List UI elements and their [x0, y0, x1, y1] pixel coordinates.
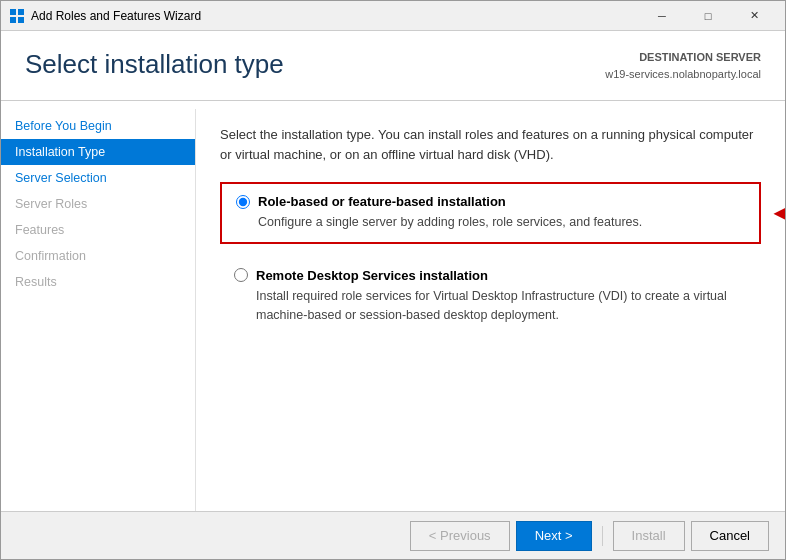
- remote-desktop-radio-row: Remote Desktop Services installation: [234, 268, 747, 283]
- main-body: Before You Begin Installation Type Serve…: [1, 109, 785, 511]
- sidebar-item-results: Results: [1, 269, 195, 295]
- destination-server-info: DESTINATION SERVER w19-services.nolabnop…: [605, 49, 761, 82]
- footer: < Previous Next > Install Cancel: [1, 511, 785, 559]
- sidebar-item-installation-type[interactable]: Installation Type: [1, 139, 195, 165]
- window-title: Add Roles and Features Wizard: [31, 9, 639, 23]
- description-text: Select the installation type. You can in…: [220, 125, 761, 164]
- role-based-option-box[interactable]: Role-based or feature-based installation…: [220, 182, 761, 244]
- previous-button[interactable]: < Previous: [410, 521, 510, 551]
- sidebar: Before You Begin Installation Type Serve…: [1, 109, 196, 511]
- page-header: Select installation type DESTINATION SER…: [1, 31, 785, 92]
- role-based-radio[interactable]: [236, 195, 250, 209]
- sidebar-item-server-selection[interactable]: Server Selection: [1, 165, 195, 191]
- minimize-button[interactable]: ─: [639, 1, 685, 31]
- window-controls: ─ □ ✕: [639, 1, 777, 31]
- remote-desktop-option-box[interactable]: Remote Desktop Services installation Ins…: [220, 258, 761, 335]
- destination-server-name: w19-services.nolabnoparty.local: [605, 68, 761, 80]
- role-based-radio-row: Role-based or feature-based installation: [236, 194, 745, 209]
- remote-desktop-radio[interactable]: [234, 268, 248, 282]
- svg-rect-0: [10, 9, 16, 15]
- svg-rect-2: [10, 17, 16, 23]
- page-title: Select installation type: [25, 49, 284, 80]
- close-button[interactable]: ✕: [731, 1, 777, 31]
- sidebar-item-confirmation: Confirmation: [1, 243, 195, 269]
- window-icon: [9, 8, 25, 24]
- role-based-description: Configure a single server by adding role…: [258, 213, 745, 232]
- header-divider: [1, 100, 785, 101]
- next-button[interactable]: Next >: [516, 521, 592, 551]
- destination-label: DESTINATION SERVER: [605, 49, 761, 66]
- footer-separator: [602, 526, 603, 546]
- content-area: Select installation type DESTINATION SER…: [1, 31, 785, 559]
- title-bar: Add Roles and Features Wizard ─ □ ✕: [1, 1, 785, 31]
- sidebar-item-server-roles: Server Roles: [1, 191, 195, 217]
- role-based-title: Role-based or feature-based installation: [258, 194, 506, 209]
- maximize-button[interactable]: □: [685, 1, 731, 31]
- wizard-window: Add Roles and Features Wizard ─ □ ✕ Sele…: [0, 0, 786, 560]
- remote-desktop-title: Remote Desktop Services installation: [256, 268, 488, 283]
- svg-rect-3: [18, 17, 24, 23]
- remote-desktop-description: Install required role services for Virtu…: [256, 287, 747, 325]
- main-content: Select the installation type. You can in…: [196, 109, 785, 511]
- sidebar-item-features: Features: [1, 217, 195, 243]
- install-button[interactable]: Install: [613, 521, 685, 551]
- svg-rect-1: [18, 9, 24, 15]
- cancel-button[interactable]: Cancel: [691, 521, 769, 551]
- selection-arrow-icon: ◀: [774, 200, 785, 226]
- sidebar-item-before-you-begin[interactable]: Before You Begin: [1, 113, 195, 139]
